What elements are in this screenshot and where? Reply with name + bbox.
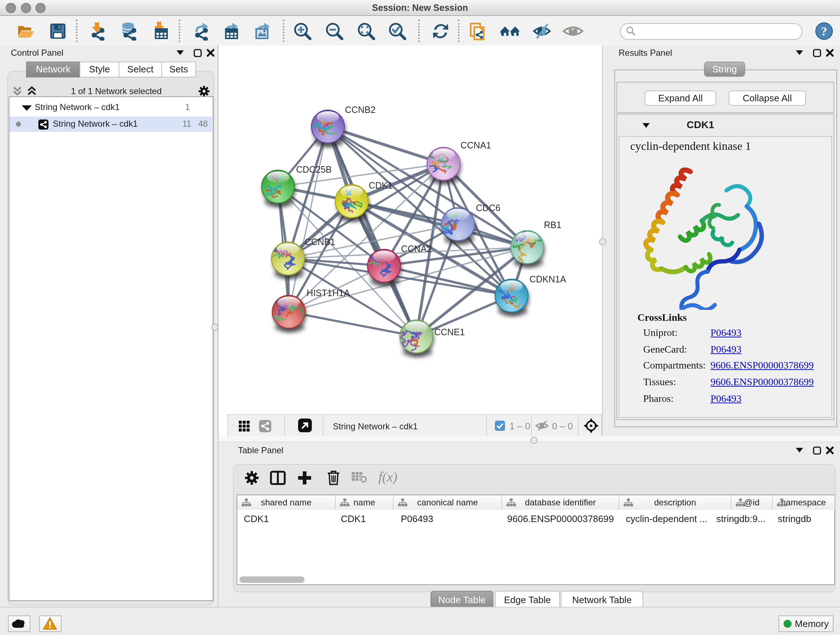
svg-text:CCNA1: CCNA1 — [461, 140, 491, 150]
svg-text:RB1: RB1 — [544, 220, 561, 230]
svg-text:CCNB1: CCNB1 — [305, 237, 335, 247]
svg-text:CDC6: CDC6 — [476, 203, 500, 213]
svg-text:CDC25B: CDC25B — [296, 165, 332, 174]
svg-text:CDK1: CDK1 — [369, 180, 393, 190]
svg-text:CCNB2: CCNB2 — [345, 105, 376, 115]
svg-text:CCNE1: CCNE1 — [434, 327, 465, 337]
svg-text:CDKN1A: CDKN1A — [529, 274, 566, 284]
svg-text:CCNA2: CCNA2 — [401, 244, 432, 254]
svg-text:HIST1H1A: HIST1H1A — [307, 288, 350, 298]
svg-text:?: ? — [821, 25, 827, 38]
